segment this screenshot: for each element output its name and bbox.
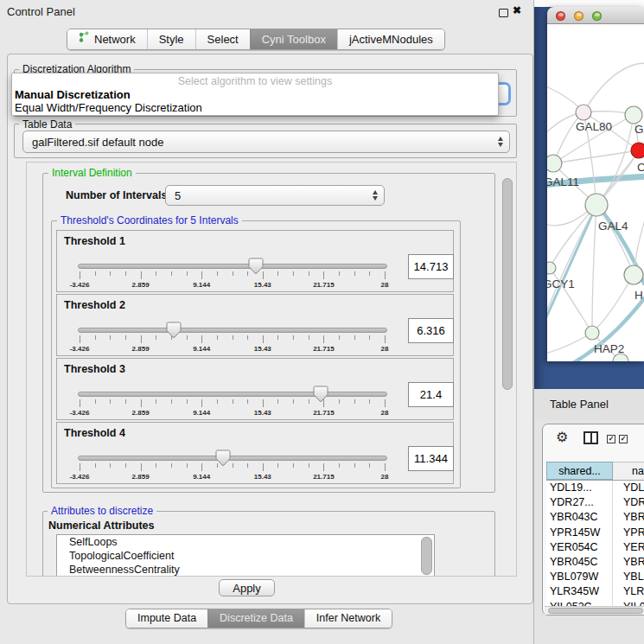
cell-name: YBL0 (613, 570, 644, 584)
number-of-intervals-combobox[interactable]: 5 (165, 185, 385, 206)
network-node[interactable] (585, 326, 599, 340)
table-row[interactable]: YBL079WYBL0 (546, 570, 644, 584)
table-data-combobox[interactable]: galFiltered.sif default node (22, 131, 510, 153)
network-node[interactable] (547, 155, 562, 172)
slider-scale-label: -3.426 (61, 409, 99, 417)
network-node-label: H (634, 289, 643, 302)
table-row[interactable]: YLR345WYLR3 (546, 584, 644, 599)
float-window-icon[interactable] (499, 9, 508, 17)
table-row[interactable]: YIL052CYIL0 (546, 600, 644, 607)
slider-scale-label: 21.715 (304, 281, 342, 289)
network-node[interactable] (631, 143, 644, 158)
apply-button[interactable]: Apply (219, 579, 275, 596)
network-node[interactable] (576, 105, 591, 120)
tab-style[interactable]: Style (147, 29, 195, 49)
split-columns-icon[interactable] (583, 431, 598, 444)
network-icon (79, 29, 90, 49)
tab-cyni-toolbox[interactable]: Cyni Toolbox (250, 29, 337, 49)
gear-icon[interactable]: ⚙ (556, 429, 568, 445)
slider-thumb[interactable] (313, 386, 328, 403)
threshold-value-field[interactable]: 21.4 (408, 382, 454, 407)
column-header-shared-name[interactable]: shared... (546, 462, 613, 480)
tab-label: Style (159, 29, 184, 49)
network-edge (547, 333, 592, 354)
number-of-intervals-label: Number of Intervals (66, 189, 167, 201)
tab-jactivemnodules[interactable]: jActiveMNodules (337, 29, 444, 49)
attribute-list-item[interactable]: TopologicalCoefficient (57, 549, 434, 563)
attributes-list-scrollbar[interactable] (421, 537, 432, 575)
table-row[interactable]: YBR043CYBR0 (546, 510, 644, 525)
column-header-name[interactable]: na (613, 462, 644, 480)
network-node[interactable] (625, 106, 642, 124)
numerical-attributes-list[interactable]: SelfLoopsTopologicalCoefficientBetweenne… (56, 534, 435, 577)
tab-infer-network[interactable]: Infer Network (304, 609, 392, 628)
attribute-list-item[interactable]: BetweennessCentrality (57, 563, 434, 577)
combo-stepper-icon (373, 190, 378, 201)
slider-scale-label: 2.859 (122, 473, 160, 481)
slider-ticks (80, 463, 385, 473)
table-row[interactable]: YPR145WYPR1 (546, 526, 644, 540)
table-panel-titlebar: Table Panel (534, 389, 644, 420)
horizontal-scrollbar-thumb[interactable] (548, 608, 643, 614)
close-traffic-light-icon[interactable] (556, 11, 565, 21)
slider-ticks (80, 335, 385, 345)
threshold-row: Threshold 2-3.4262.8599.14415.4321.71528… (56, 294, 454, 356)
slider-scale-label: 28 (366, 345, 404, 353)
network-node[interactable] (624, 265, 643, 284)
bottom-tab-bar: Impute Data Discretize Data Infer Networ… (125, 609, 392, 628)
settings-scrollbar[interactable] (502, 178, 513, 390)
apply-button-label: Apply (233, 582, 261, 595)
tab-discretize-data[interactable]: Discretize Data (207, 609, 304, 628)
tab-label: Impute Data (137, 609, 196, 628)
tab-impute-data[interactable]: Impute Data (126, 609, 207, 628)
cell-name: YER0 (613, 540, 644, 555)
checkbox-icon[interactable]: ✓ (619, 435, 628, 443)
network-node[interactable] (547, 262, 556, 274)
slider-scale-label: -3.426 (61, 473, 99, 481)
dropdown-item-equal-width[interactable]: Equal Width/Frequency Discretization (15, 101, 202, 114)
table-row[interactable]: YBR045CYBR0 (546, 555, 644, 570)
algorithm-dropdown-popup: Select algorithm to view settings Manual… (11, 73, 499, 116)
zoom-traffic-light-icon[interactable] (592, 11, 602, 21)
slider-track[interactable] (78, 456, 387, 461)
tab-network[interactable]: Network (67, 29, 147, 49)
table-row[interactable]: YER054CYER0 (546, 540, 644, 555)
cell-name: YBR0 (613, 510, 644, 525)
slider-thumb[interactable] (215, 450, 231, 467)
network-canvas[interactable]: GAL80GACGAL11GAL4GCY1HHAP2 (547, 24, 644, 361)
tab-select[interactable]: Select (195, 29, 250, 49)
tab-label: Discretize Data (220, 609, 293, 628)
slider-track[interactable] (78, 392, 387, 397)
minimize-traffic-light-icon[interactable] (574, 11, 583, 21)
slider-track[interactable] (78, 264, 387, 269)
attribute-list-item[interactable]: SelfLoops (57, 535, 434, 549)
close-icon[interactable]: ✖ (513, 4, 521, 16)
threshold-value-field[interactable]: 6.316 (408, 318, 454, 343)
cell-shared-name: YDR27... (546, 495, 613, 510)
network-node-label: GA (634, 123, 644, 136)
settings-scroll-area: Interval Definition Number of Intervals … (26, 162, 517, 577)
network-window-titlebar[interactable] (547, 7, 644, 24)
slider-scale-label: 9.144 (182, 409, 220, 417)
slider-thumb[interactable] (166, 322, 182, 339)
slider-scale-label: 21.715 (304, 473, 342, 481)
table-body[interactable]: YDL19...YDL1YDR27...YDR2YBR043CYBR0YPR14… (546, 481, 644, 606)
table-row[interactable]: YDL19...YDL1 (546, 481, 644, 495)
threshold-label: Threshold 2 (64, 299, 125, 311)
slider-thumb[interactable] (248, 258, 264, 275)
dropdown-placeholder-item[interactable]: Select algorithm to view settings (12, 75, 498, 87)
tab-label: Infer Network (316, 609, 380, 628)
tab-label: Network (94, 29, 136, 49)
threshold-value-field[interactable]: 14.713 (408, 254, 454, 279)
checkbox-icon[interactable]: ✓ (607, 435, 615, 443)
network-node[interactable] (585, 194, 608, 216)
threshold-value-field[interactable]: 11.344 (408, 446, 454, 471)
dropdown-item-manual-discretization[interactable]: Manual Discretization (15, 88, 131, 101)
table-row[interactable]: YDR27...YDR2 (546, 495, 644, 510)
slider-scale-label: 28 (366, 409, 404, 417)
network-edge (634, 206, 644, 275)
horizontal-scrollbar (545, 606, 644, 615)
network-edge (583, 63, 644, 112)
slider-track[interactable] (78, 328, 387, 333)
tab-label: jActiveMNodules (349, 29, 433, 49)
